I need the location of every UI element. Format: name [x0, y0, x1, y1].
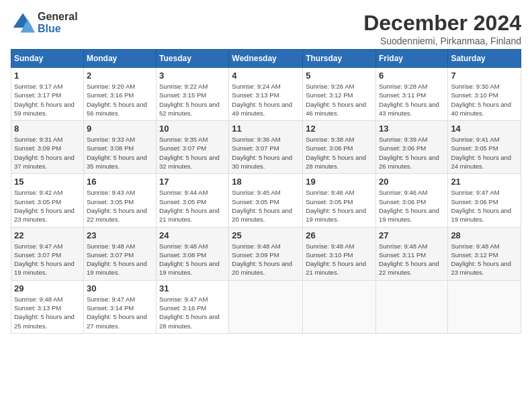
- calendar-day-cell: 17 Sunrise: 9:44 AMSunset: 3:05 PMDaylig…: [157, 174, 229, 227]
- day-detail: Sunrise: 9:24 AMSunset: 3:13 PMDaylight:…: [232, 82, 300, 118]
- day-detail: Sunrise: 9:31 AMSunset: 3:09 PMDaylight:…: [14, 135, 81, 171]
- calendar-day-cell: 28 Sunrise: 9:48 AMSunset: 3:12 PMDaylig…: [448, 227, 521, 280]
- header-saturday: Saturday: [448, 50, 521, 68]
- calendar-day-cell: 7 Sunrise: 9:30 AMSunset: 3:10 PMDayligh…: [448, 68, 521, 121]
- day-detail: Sunrise: 9:20 AMSunset: 3:16 PMDaylight:…: [87, 82, 153, 118]
- calendar-header-row: Sunday Monday Tuesday Wednesday Thursday…: [11, 50, 521, 68]
- day-number: 20: [379, 177, 445, 187]
- calendar-day-cell: 26 Sunrise: 9:48 AMSunset: 3:10 PMDaylig…: [303, 227, 376, 280]
- day-number: 29: [14, 283, 81, 293]
- calendar-day-cell: [229, 280, 303, 333]
- logo-blue: Blue: [38, 23, 78, 35]
- header-sunday: Sunday: [11, 50, 84, 68]
- day-number: 10: [159, 124, 226, 134]
- calendar-table: Sunday Monday Tuesday Wednesday Thursday…: [11, 49, 521, 334]
- day-number: 5: [306, 71, 373, 81]
- logo: General Blue: [11, 11, 78, 35]
- day-number: 7: [451, 71, 518, 81]
- calendar-day-cell: 3 Sunrise: 9:22 AMSunset: 3:15 PMDayligh…: [157, 68, 229, 121]
- day-detail: Sunrise: 9:17 AMSunset: 3:17 PMDaylight:…: [14, 82, 81, 118]
- day-number: 25: [232, 230, 300, 240]
- calendar-day-cell: 18 Sunrise: 9:45 AMSunset: 3:05 PMDaylig…: [229, 174, 303, 227]
- day-detail: Sunrise: 9:46 AMSunset: 3:05 PMDaylight:…: [306, 188, 373, 224]
- day-detail: Sunrise: 9:48 AMSunset: 3:09 PMDaylight:…: [232, 242, 300, 277]
- day-number: 13: [379, 124, 445, 134]
- day-number: 17: [159, 177, 226, 187]
- day-number: 28: [451, 230, 518, 240]
- day-number: 1: [14, 71, 81, 81]
- day-number: 19: [306, 177, 373, 187]
- calendar-day-cell: 14 Sunrise: 9:41 AMSunset: 3:05 PMDaylig…: [448, 121, 521, 174]
- day-number: 30: [87, 283, 153, 293]
- day-detail: Sunrise: 9:22 AMSunset: 3:15 PMDaylight:…: [159, 82, 226, 118]
- calendar-day-cell: 4 Sunrise: 9:24 AMSunset: 3:13 PMDayligh…: [229, 68, 303, 121]
- day-detail: Sunrise: 9:38 AMSunset: 3:06 PMDaylight:…: [306, 135, 373, 171]
- day-detail: Sunrise: 9:28 AMSunset: 3:11 PMDaylight:…: [379, 82, 445, 118]
- day-detail: Sunrise: 9:44 AMSunset: 3:05 PMDaylight:…: [159, 188, 226, 224]
- day-number: 27: [379, 230, 445, 240]
- calendar-day-cell: 19 Sunrise: 9:46 AMSunset: 3:05 PMDaylig…: [303, 174, 376, 227]
- day-detail: Sunrise: 9:48 AMSunset: 3:08 PMDaylight:…: [159, 242, 226, 277]
- day-number: 24: [159, 230, 226, 240]
- day-number: 2: [87, 71, 153, 81]
- calendar-day-cell: 21 Sunrise: 9:47 AMSunset: 3:06 PMDaylig…: [448, 174, 521, 227]
- calendar-day-cell: 13 Sunrise: 9:39 AMSunset: 3:06 PMDaylig…: [375, 121, 447, 174]
- day-detail: Sunrise: 9:39 AMSunset: 3:06 PMDaylight:…: [379, 135, 445, 171]
- header-tuesday: Tuesday: [157, 50, 229, 68]
- day-number: 26: [306, 230, 373, 240]
- calendar-day-cell: 8 Sunrise: 9:31 AMSunset: 3:09 PMDayligh…: [11, 121, 84, 174]
- day-number: 11: [232, 124, 300, 134]
- day-number: 8: [14, 124, 81, 134]
- day-number: 31: [159, 283, 226, 293]
- day-number: 18: [232, 177, 300, 187]
- logo-text: General Blue: [38, 11, 78, 34]
- day-number: 6: [379, 71, 445, 81]
- day-number: 9: [87, 124, 153, 134]
- calendar-day-cell: 29 Sunrise: 9:48 AMSunset: 3:13 PMDaylig…: [11, 280, 84, 333]
- header-monday: Monday: [83, 50, 156, 68]
- calendar-day-cell: 24 Sunrise: 9:48 AMSunset: 3:08 PMDaylig…: [157, 227, 229, 280]
- day-number: 22: [14, 230, 81, 240]
- day-number: 3: [159, 71, 226, 81]
- day-number: 14: [451, 124, 518, 134]
- day-detail: Sunrise: 9:47 AMSunset: 3:06 PMDaylight:…: [451, 188, 518, 224]
- page-header: General Blue December 2024 Suodenniemi, …: [11, 11, 521, 46]
- day-number: 12: [306, 124, 373, 134]
- day-detail: Sunrise: 9:48 AMSunset: 3:13 PMDaylight:…: [14, 295, 81, 330]
- day-detail: Sunrise: 9:47 AMSunset: 3:16 PMDaylight:…: [159, 295, 226, 330]
- logo-general: General: [38, 11, 78, 23]
- logo-icon: [11, 11, 35, 35]
- calendar-day-cell: 25 Sunrise: 9:48 AMSunset: 3:09 PMDaylig…: [229, 227, 303, 280]
- calendar-day-cell: [448, 280, 521, 333]
- calendar-week-row: 15 Sunrise: 9:42 AMSunset: 3:05 PMDaylig…: [11, 174, 521, 227]
- calendar-day-cell: 20 Sunrise: 9:46 AMSunset: 3:06 PMDaylig…: [375, 174, 447, 227]
- calendar-day-cell: 23 Sunrise: 9:48 AMSunset: 3:07 PMDaylig…: [83, 227, 156, 280]
- calendar-day-cell: 22 Sunrise: 9:47 AMSunset: 3:07 PMDaylig…: [11, 227, 84, 280]
- calendar-day-cell: 2 Sunrise: 9:20 AMSunset: 3:16 PMDayligh…: [83, 68, 156, 121]
- day-detail: Sunrise: 9:48 AMSunset: 3:10 PMDaylight:…: [306, 242, 373, 277]
- header-wednesday: Wednesday: [229, 50, 303, 68]
- calendar-day-cell: 5 Sunrise: 9:26 AMSunset: 3:12 PMDayligh…: [303, 68, 376, 121]
- calendar-day-cell: 10 Sunrise: 9:35 AMSunset: 3:07 PMDaylig…: [157, 121, 229, 174]
- day-detail: Sunrise: 9:48 AMSunset: 3:12 PMDaylight:…: [451, 242, 518, 277]
- day-number: 23: [87, 230, 153, 240]
- day-detail: Sunrise: 9:33 AMSunset: 3:08 PMDaylight:…: [87, 135, 153, 171]
- calendar-day-cell: 27 Sunrise: 9:48 AMSunset: 3:11 PMDaylig…: [375, 227, 447, 280]
- calendar-week-row: 1 Sunrise: 9:17 AMSunset: 3:17 PMDayligh…: [11, 68, 521, 121]
- day-detail: Sunrise: 9:46 AMSunset: 3:06 PMDaylight:…: [379, 188, 445, 224]
- day-number: 21: [451, 177, 518, 187]
- day-number: 16: [87, 177, 153, 187]
- subtitle: Suodenniemi, Pirkanmaa, Finland: [363, 36, 521, 46]
- day-detail: Sunrise: 9:45 AMSunset: 3:05 PMDaylight:…: [232, 188, 300, 224]
- calendar-day-cell: 16 Sunrise: 9:43 AMSunset: 3:05 PMDaylig…: [83, 174, 156, 227]
- day-detail: Sunrise: 9:41 AMSunset: 3:05 PMDaylight:…: [451, 135, 518, 171]
- calendar-week-row: 29 Sunrise: 9:48 AMSunset: 3:13 PMDaylig…: [11, 280, 521, 333]
- day-detail: Sunrise: 9:47 AMSunset: 3:07 PMDaylight:…: [14, 242, 81, 277]
- day-detail: Sunrise: 9:48 AMSunset: 3:11 PMDaylight:…: [379, 242, 445, 277]
- day-detail: Sunrise: 9:30 AMSunset: 3:10 PMDaylight:…: [451, 82, 518, 118]
- calendar-day-cell: [303, 280, 376, 333]
- calendar-week-row: 22 Sunrise: 9:47 AMSunset: 3:07 PMDaylig…: [11, 227, 521, 280]
- calendar-day-cell: 30 Sunrise: 9:47 AMSunset: 3:14 PMDaylig…: [83, 280, 156, 333]
- title-section: December 2024 Suodenniemi, Pirkanmaa, Fi…: [363, 11, 521, 46]
- calendar-day-cell: 9 Sunrise: 9:33 AMSunset: 3:08 PMDayligh…: [83, 121, 156, 174]
